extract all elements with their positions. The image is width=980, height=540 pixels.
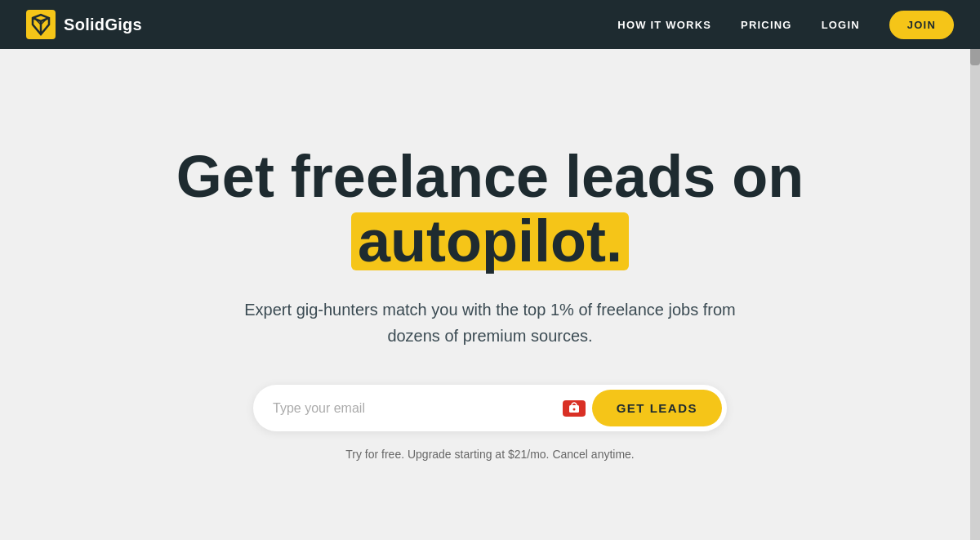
hero-subheading: Expert gig-hunters match you with the to… xyxy=(229,297,751,349)
join-button[interactable]: JOIN xyxy=(889,11,954,39)
nav-links: HOW IT WORKS PRICING LOGIN JOIN xyxy=(617,11,954,39)
logo[interactable]: SolidGigs xyxy=(26,10,142,39)
hero-heading: Get freelance leads on autopilot. xyxy=(176,145,804,274)
get-leads-button[interactable]: GET LEADS xyxy=(592,390,722,426)
hero-section: Get freelance leads on autopilot. Expert… xyxy=(0,49,980,540)
svg-point-3 xyxy=(572,408,575,410)
hero-fine-print: Try for free. Upgrade starting at $21/mo… xyxy=(345,448,635,461)
nav-link-login[interactable]: LOGIN xyxy=(822,19,860,31)
navbar: SolidGigs HOW IT WORKS PRICING LOGIN JOI… xyxy=(0,0,980,49)
hero-heading-highlight: autopilot. xyxy=(358,209,622,274)
nav-link-pricing[interactable]: PRICING xyxy=(741,19,792,31)
scrollbar[interactable] xyxy=(970,0,980,540)
email-input[interactable] xyxy=(273,393,563,424)
logo-text: SolidGigs xyxy=(64,16,142,34)
logo-icon xyxy=(26,10,56,39)
nav-link-how-it-works[interactable]: HOW IT WORKS xyxy=(617,19,711,31)
hero-heading-line1: Get freelance leads on xyxy=(176,144,804,209)
hero-form: GET LEADS xyxy=(253,385,727,431)
lock-icon xyxy=(563,400,586,417)
